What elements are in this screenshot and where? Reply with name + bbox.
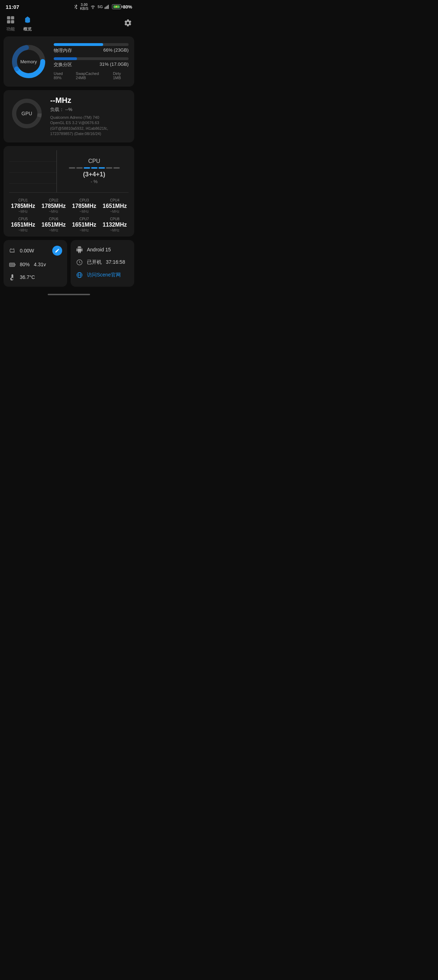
status-right: 3.00KB/S 5G ⚡ 80% (74, 3, 132, 11)
gpu-mhz: --MHz (50, 96, 129, 105)
battery-item: 80% 4.31v (8, 261, 62, 268)
memory-donut: Memory (9, 42, 48, 81)
svg-rect-3 (108, 5, 109, 9)
home-indicator (48, 294, 90, 295)
svg-rect-16 (10, 249, 14, 252)
cpu6-label: CPU6 (40, 217, 68, 221)
swap-value: 31% (17.0GB) (100, 62, 129, 68)
physical-progress-fill (54, 43, 103, 46)
functions-icon (6, 15, 16, 25)
system-card: Android 15 已开机 37:16:58 (71, 240, 134, 287)
gpu-circle-label: GPU (22, 111, 32, 116)
website-item[interactable]: 访问Scene官网 (76, 271, 129, 279)
power-watt-value: 0.00W (20, 248, 34, 253)
cpu1-label: CPU1 (9, 198, 37, 202)
cpu1-sub: ~MHz (9, 210, 37, 213)
cpu8-label: CPU8 (101, 217, 129, 221)
cpu4-sub: ~MHz (101, 210, 129, 213)
gpu-load: 负载： --% (50, 107, 129, 113)
cpu-cluster-label: (3+4+1) (83, 171, 105, 178)
os-item: Android 15 (76, 246, 129, 253)
swap-label: 交换分区 (54, 62, 72, 68)
svg-rect-0 (105, 8, 105, 9)
clock-icon (76, 258, 83, 266)
overview-icon (22, 15, 32, 25)
cpu-bar-5 (98, 167, 105, 169)
battery-percent: 80% (123, 4, 132, 10)
svg-rect-7 (11, 20, 14, 23)
physical-value: 66% (23GB) (103, 48, 129, 54)
tab-functions[interactable]: 功能 (6, 15, 16, 32)
gpu-circle: GPU (9, 96, 44, 131)
cpu-core-1: CPU1 1785MHz ~MHz (9, 198, 37, 213)
network-5g: 5G (97, 5, 103, 9)
swap-memory-label: 交换分区 31% (17.0GB) (54, 62, 129, 68)
physical-progress-bg (54, 43, 129, 46)
power-watt-item: 0.00W (8, 246, 62, 256)
website-label[interactable]: 访问Scene官网 (87, 272, 121, 278)
svg-rect-6 (7, 20, 10, 23)
bottom-row: 0.00W 80% 4.31v (3, 240, 134, 287)
svg-rect-1 (106, 6, 106, 9)
cpu-graph-left (9, 150, 57, 192)
cpu8-mhz: 1132MHz (101, 222, 129, 228)
signal-icon (105, 4, 110, 9)
cpu8-sub: ~MHz (101, 228, 129, 232)
memory-card: Memory 物理内存 66% (23GB) 交换分区 31% (17.0GB) (3, 37, 134, 87)
gpu-info: --MHz 负载： --% Qualcomm Adreno (TM) 740 O… (50, 96, 129, 137)
cpu6-mhz: 1651MHz (40, 222, 68, 228)
uptime-info: 已开机 37:16:58 (87, 259, 125, 266)
cpu1-mhz: 1785MHz (9, 203, 37, 209)
temperature-icon (8, 273, 16, 281)
memory-info: 物理内存 66% (23GB) 交换分区 31% (17.0GB) Used 8… (54, 43, 129, 80)
used-info: Used 89% (54, 72, 70, 80)
edit-button[interactable] (52, 246, 62, 256)
memory-donut-label: Memory (21, 59, 37, 64)
cpu-bar-3 (84, 167, 90, 169)
cpu2-label: CPU2 (40, 198, 68, 202)
cpu-cores-grid: CPU1 1785MHz ~MHz CPU2 1785MHz ~MHz CPU3… (9, 197, 129, 232)
temperature-item: 36.7°C (8, 273, 62, 281)
physical-memory-label: 物理内存 66% (23GB) (54, 48, 129, 54)
dirty-info: Dirty 1MB (113, 72, 129, 80)
cpu-core-7: CPU7 1651MHz ~MHz (70, 217, 98, 232)
cpu-core-3: CPU3 1785MHz ~MHz (70, 198, 98, 213)
svg-rect-2 (107, 6, 107, 9)
cpu6-sub: ~MHz (40, 228, 68, 232)
battery-icon: ⚡ (112, 4, 121, 9)
swap-memory-row: 交换分区 31% (17.0GB) (54, 57, 129, 68)
cpu-percent: - % (91, 179, 98, 184)
cpu-core-4: CPU4 1651MHz ~MHz (101, 198, 129, 213)
battery-detail-value: 80% 4.31v (20, 262, 46, 267)
power-card: 0.00W 80% 4.31v (3, 240, 67, 287)
cpu-core-5: CPU5 1651MHz ~MHz (9, 217, 37, 232)
tab-overview[interactable]: 概览 (22, 15, 32, 32)
cpu-core-6: CPU6 1651MHz ~MHz (40, 217, 68, 232)
swap-progress-fill (54, 57, 77, 60)
globe-icon (76, 271, 83, 279)
physical-memory-row: 物理内存 66% (23GB) (54, 43, 129, 54)
cpu7-sub: ~MHz (70, 228, 98, 232)
temperature-value: 36.7°C (20, 274, 35, 280)
swap-progress-bg (54, 57, 129, 60)
svg-rect-5 (11, 16, 14, 19)
cpu-bar-4 (91, 167, 97, 169)
cpu-title: CPU (88, 158, 100, 164)
tab-functions-label: 功能 (6, 26, 15, 32)
cpu4-label: CPU4 (101, 198, 129, 202)
network-speed: 3.00KB/S (80, 3, 88, 11)
tab-overview-label: 概览 (23, 26, 32, 32)
cpu7-label: CPU7 (70, 217, 98, 221)
cpu5-sub: ~MHz (9, 228, 37, 232)
status-bar: 11:07 3.00KB/S 5G ⚡ 80% (0, 0, 138, 12)
wifi-icon (90, 4, 96, 9)
cpu-graph-right: CPU (3+4+1) - % (60, 150, 129, 192)
cpu3-mhz: 1785MHz (70, 203, 98, 209)
cpu7-mhz: 1651MHz (70, 222, 98, 228)
cpu-graph-area: CPU (3+4+1) - % (9, 150, 129, 192)
cpu-bar-2 (76, 167, 83, 169)
memory-sub-info: Used 89% SwapCached 24MB Dirty 1MB (54, 72, 129, 80)
nav-bar: 功能 概览 (0, 12, 138, 37)
cpu5-mhz: 1651MHz (9, 222, 37, 228)
settings-button[interactable] (124, 19, 132, 29)
